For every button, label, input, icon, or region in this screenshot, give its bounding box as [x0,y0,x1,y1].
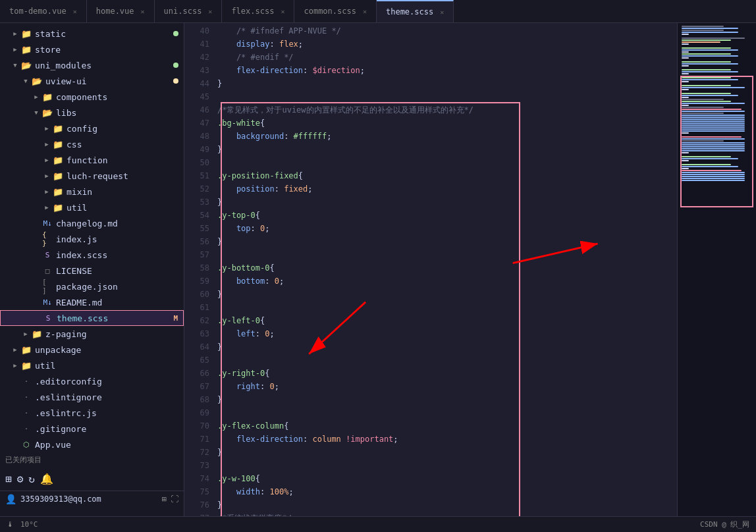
sidebar-item-eslintrc[interactable]: · .eslintrc.js [0,405,184,421]
code-line-51: .y-position-fixed{ [217,169,677,182]
line-numbers: 40 41 42 43 44 45 46 47 48 49 50 51 52 5… [184,23,217,516]
code-line-63: left: 0; [217,327,677,340]
sidebar-item-theme-scss[interactable]: S theme.scss M [0,310,184,326]
modified-badge [173,78,178,84]
sidebar-item-readme[interactable]: M↓ README.md [0,294,184,310]
folder-icon: 📁 [53,171,63,181]
tab-close-icon[interactable]: ✕ [281,8,284,15]
file-icon: ⬡ [21,439,32,450]
bell-icon[interactable]: 🔔 [40,473,53,485]
sidebar-item-uview-ui[interactable]: 📂 uview-ui [0,73,184,89]
tree-label: .editorconfig [35,377,178,386]
tab-label: theme.scss [386,7,433,16]
tree-label: static [35,29,169,39]
tab-theme-scss[interactable]: theme.scss ✕ [377,0,454,22]
sidebar-item-util-inner[interactable]: 📁 util [0,200,184,215]
minimap [677,23,756,516]
tree-label: mixin [67,187,178,197]
tree-label: util [67,203,178,213]
tab-home-vue[interactable]: home.vue ✕ [87,0,155,22]
tree-arrow-icon [42,140,51,149]
settings-icon[interactable]: ⚙ [17,473,24,485]
sidebar-item-function[interactable]: 📁 function [0,152,184,168]
sidebar-item-config[interactable]: 📁 config [0,120,184,136]
code-line-57 [217,248,677,261]
expand-icon[interactable]: ⛶ [171,494,178,504]
sidebar-item-store[interactable]: 📁 store [0,41,184,57]
sidebar-item-static[interactable]: 📁 static [0,26,184,41]
file-icon: · [21,408,32,418]
sidebar-item-luch-request[interactable]: 📁 luch-request [0,168,184,184]
sidebar-item-mixin[interactable]: 📁 mixin [0,184,184,200]
folder-icon: 📁 [53,139,63,149]
folder-icon: 📂 [42,107,53,118]
temperature-value: 10°C [20,520,38,529]
tab-label: flex.scss [231,7,274,16]
sidebar-item-css[interactable]: 📁 css [0,136,184,152]
tree-label: unpackage [35,345,178,355]
sidebar-item-editorconfig[interactable]: · .editorconfig [0,373,184,389]
sidebar-item-appvue[interactable]: ⬡ App.vue [0,437,184,452]
code-line-71: flex-direction: column !important; [217,433,677,446]
code-line-62: .y-left-0{ [217,314,677,327]
tab-tom-demo-vue[interactable]: tom-demo.vue ✕ [0,0,87,22]
sidebar-item-license[interactable]: □ LICENSE [0,263,184,279]
code-line-76: } [217,498,677,512]
tree-label: config [67,124,178,134]
sidebar-item-eslintignore[interactable]: · .eslintignore [0,389,184,405]
code-line-64: } [217,340,677,354]
sidebar-item-changelog[interactable]: M↓ changelog.md [0,215,184,231]
file-icon: [ ] [42,281,53,292]
grid-icon[interactable]: ⊞ [5,473,12,485]
tab-common-scss[interactable]: common.scss ✕ [294,0,377,22]
site-label: CSDN @ 织_网 [700,519,749,529]
sidebar-item-components[interactable]: 📁 components [0,89,184,105]
tab-bar: tom-demo.vue ✕ home.vue ✕ uni.scss ✕ fle… [0,0,756,23]
tab-close-icon[interactable]: ✕ [440,9,444,16]
code-line-69 [217,406,677,419]
sidebar-item-z-paging[interactable]: 📁 z-paging [0,326,184,342]
sidebar-item-index-js[interactable]: { } index.js [0,231,184,247]
sidebar-item-index-scss[interactable]: S index.scss [0,247,184,263]
tab-close-icon[interactable]: ✕ [208,8,212,15]
tab-close-icon[interactable]: ✕ [363,8,367,15]
code-line-52: position: fixed; [217,182,677,196]
status-bar: 🌡 10°C CSDN @ 织_网 [0,516,756,532]
tree-arrow-icon [32,92,41,101]
sidebar-item-gitignore[interactable]: · .gitignore [0,421,184,437]
tree-label: luch-request [67,171,178,181]
tab-close-icon[interactable]: ✕ [73,8,77,15]
modified-indicator: M [173,314,178,323]
code-line-60: } [217,288,677,301]
sidebar-item-unpackage[interactable]: 📁 unpackage [0,342,184,358]
tab-uni-scss[interactable]: uni.scss ✕ [155,0,223,22]
code-editor[interactable]: 40 41 42 43 44 45 46 47 48 49 50 51 52 5… [184,23,677,516]
tree-arrow-icon [11,345,20,354]
refresh-icon[interactable]: ↻ [28,473,35,485]
sidebar-item-uni-modules[interactable]: 📂 uni_modules [0,57,184,73]
code-line-59: bottom: 0; [217,275,677,288]
tab-close-icon[interactable]: ✕ [141,8,145,15]
code-line-42: /* #endif */ [217,51,677,64]
tree-label: index.scss [56,250,178,260]
minimap-content [678,23,756,184]
tree-label: App.vue [35,440,178,450]
tab-flex-scss[interactable]: flex.scss ✕ [222,0,294,22]
tree-arrow-icon [21,76,30,86]
tree-label: uview-ui [45,76,169,86]
code-line-55: top: 0; [217,222,677,235]
closed-projects-label: 已关闭项目 [5,456,41,464]
file-icon: · [21,423,32,434]
tree-arrow-icon [32,108,41,117]
sidebar-item-libs[interactable]: 📂 libs [0,105,184,120]
file-icon: M↓ [42,297,53,307]
sidebar-item-util[interactable]: 📁 util [0,358,184,373]
main-content: 📁 static 📁 store 📂 uni_modules 📂 uview-u… [0,23,756,516]
tree-arrow-icon [11,361,20,370]
tree-arrow-icon [21,329,30,338]
tab-label: uni.scss [164,7,202,16]
sidebar-item-package-json[interactable]: [ ] package.json [0,279,184,294]
file-icon: M↓ [42,218,53,228]
layout-icon[interactable]: ⊞ [162,494,167,504]
folder-icon: 📁 [21,28,32,39]
